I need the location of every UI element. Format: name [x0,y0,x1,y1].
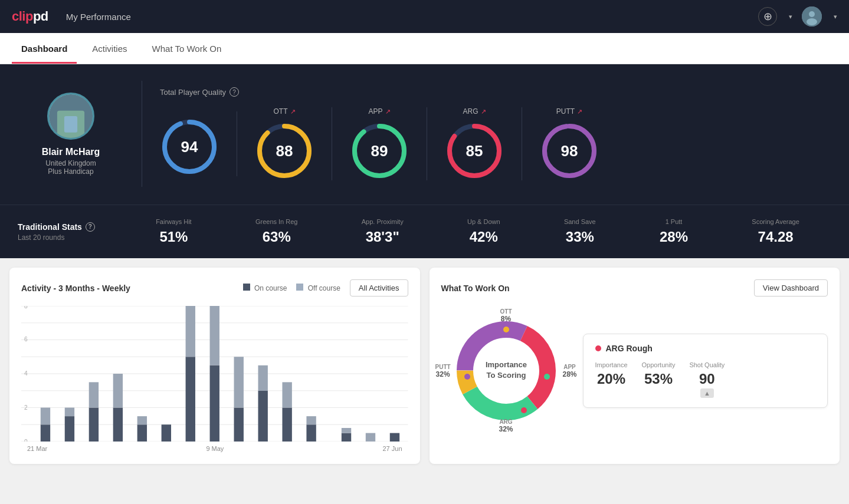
svg-rect-36 [89,382,99,407]
gauge-label-putt: PUTT ↗ [556,107,582,116]
stat-gir-label: Greens In Reg [255,218,298,225]
logo-area[interactable]: clippd My Performance [12,9,131,24]
stat-updown-value: 42% [470,229,498,245]
svg-rect-52 [306,424,316,442]
svg-rect-48 [258,391,267,442]
gauge-app: APP ↗ 89 [332,107,427,180]
svg-point-1 [809,11,815,17]
stat-scoring: Scoring Average 74.28 [752,218,799,245]
ott-arrow-icon: ↗ [290,108,296,116]
stat-oneputt: 1 Putt 28% [660,218,688,245]
stat-proximity-value: 38'3" [366,229,399,245]
svg-point-67 [464,374,470,380]
svg-rect-49 [258,365,267,391]
detail-metric-opportunity: Opportunity 53% [642,361,676,398]
stat-sandsave-label: Sand Save [564,218,596,225]
chart-x-labels: 21 Mar 9 May 27 Jun [21,445,408,452]
svg-rect-41 [162,424,171,442]
detail-card-title: ARG Rough [595,344,816,353]
svg-text:To Scoring: To Scoring [486,371,526,380]
svg-rect-56 [366,433,375,442]
donut-label-ott: OTT 8% [500,308,512,323]
stat-proximity-label: App. Proximity [362,218,404,225]
donut-container: Importance To Scoring OTT 8% [441,306,571,436]
detail-metric-importance: Importance 20% [595,361,628,398]
svg-rect-31 [41,424,50,442]
wtwo-header: What To Work On View Dashboard [441,279,828,297]
svg-text:0: 0 [24,439,28,442]
stat-proximity: App. Proximity 38'3" [362,218,404,245]
detail-dot-icon [595,345,601,351]
hero-divider [142,81,142,187]
total-quality-help-icon[interactable]: ? [230,87,239,97]
hero-section: Blair McHarg United Kingdom Plus Handica… [0,64,849,205]
all-activities-button[interactable]: All Activities [350,279,408,297]
gauge-value-putt: 98 [561,142,578,160]
gauge-label-app: APP ↗ [368,107,390,116]
donut-label-arg: ARG 32% [499,419,513,433]
svg-text:Importance: Importance [485,360,526,369]
gauge-circle-app: 89 [350,121,409,180]
wtwo-panel: What To Work On View Dashboard [430,268,840,464]
tab-activities[interactable]: Activities [83,33,136,64]
svg-rect-47 [234,357,244,407]
total-quality-label: Total Player Quality ? [160,87,831,97]
stat-updown-label: Up & Down [467,218,500,225]
wtwo-title: What To Work On [441,284,510,293]
activity-chart-area: 8 6 4 2 0 [21,306,408,442]
add-button[interactable]: ⊕ [758,7,777,26]
svg-text:6: 6 [24,336,28,342]
tab-dashboard[interactable]: Dashboard [12,33,77,64]
gauge-circle-ott: 88 [255,121,314,180]
stat-sandsave: Sand Save 33% [564,218,596,245]
player-country: United Kingdom [45,159,96,167]
gauge-ott: OTT ↗ 88 [237,107,332,180]
activity-chart-svg: 8 6 4 2 0 [21,306,408,442]
gauge-value-ott: 88 [276,142,293,160]
bottom-panels: Activity - 3 Months - Weekly On course O… [0,258,849,473]
svg-rect-6 [64,116,77,133]
svg-rect-46 [234,408,244,442]
shot-quality-badge: ▲ [700,388,714,398]
svg-text:4: 4 [24,370,28,377]
view-dashboard-button[interactable]: View Dashboard [754,279,828,297]
hero-profile: Blair McHarg United Kingdom Plus Handica… [18,93,124,176]
svg-rect-57 [390,433,399,442]
donut-label-putt: PUTT 32% [435,364,451,378]
svg-point-66 [521,407,527,413]
svg-rect-54 [342,433,351,442]
svg-rect-39 [137,424,147,442]
avatar[interactable] [802,6,822,27]
svg-point-64 [503,327,509,332]
stat-fairways-value: 51% [159,229,188,245]
svg-rect-55 [342,428,351,433]
detail-card: ARG Rough Importance 20% Opportunity 53%… [583,334,828,408]
svg-rect-43 [186,306,195,357]
add-caret: ▾ [789,13,792,21]
stat-oneputt-label: 1 Putt [666,218,683,225]
gauge-arg: ARG ↗ 85 [427,107,522,180]
topnav: clippd My Performance ⊕ ▾ ▾ [0,0,849,33]
importance-label: Importance [595,361,628,368]
svg-text:8: 8 [24,306,28,309]
chart-legend: On course Off course [243,284,340,292]
opportunity-value: 53% [644,371,673,387]
svg-rect-38 [113,374,123,408]
trad-label-section: Traditional Stats ? Last 20 rounds [18,222,124,242]
chart-label-jun: 27 Jun [382,445,402,452]
stat-scoring-value: 74.28 [758,229,794,245]
svg-rect-42 [186,357,195,442]
trad-stats-help-icon[interactable]: ? [86,222,95,232]
gauge-value-app: 89 [371,142,388,160]
putt-arrow-icon: ↗ [577,108,582,116]
gauge-circle-total: 94 [160,117,219,176]
donut-label-app: APP 28% [562,364,576,378]
tab-what-to-work-on[interactable]: What To Work On [143,33,231,64]
gauge-circle-arg: 85 [445,121,504,180]
legend-off-course: Off course [296,284,340,292]
svg-rect-50 [282,408,291,442]
detail-metric-shot-quality: Shot Quality 90 ▲ [689,361,725,398]
detail-metrics: Importance 20% Opportunity 53% Shot Qual… [595,361,816,398]
trad-stats-label: Traditional Stats ? [18,222,124,232]
chart-label-may: 9 May [206,445,224,452]
